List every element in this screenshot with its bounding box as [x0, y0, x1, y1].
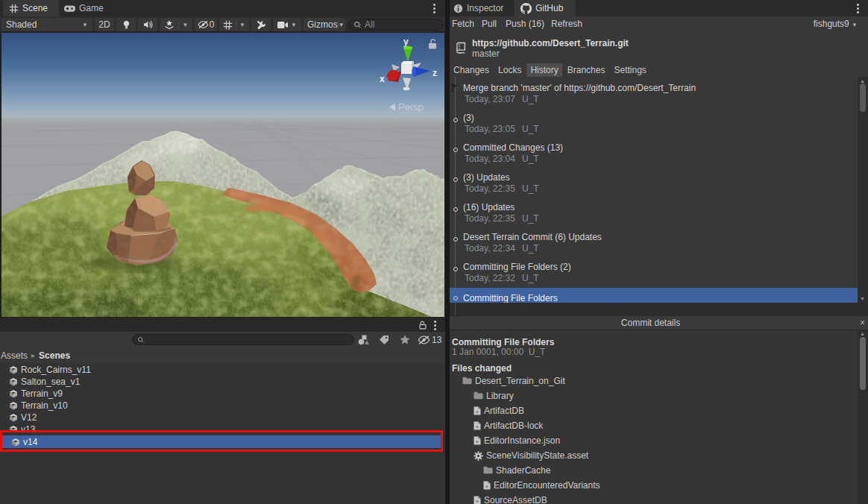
- svg-text:x: x: [380, 74, 385, 84]
- svg-text:y: y: [403, 37, 409, 47]
- svg-text:Persp: Persp: [398, 101, 424, 113]
- svg-text:z: z: [433, 68, 437, 78]
- svg-text:y: y: [228, 25, 230, 30]
